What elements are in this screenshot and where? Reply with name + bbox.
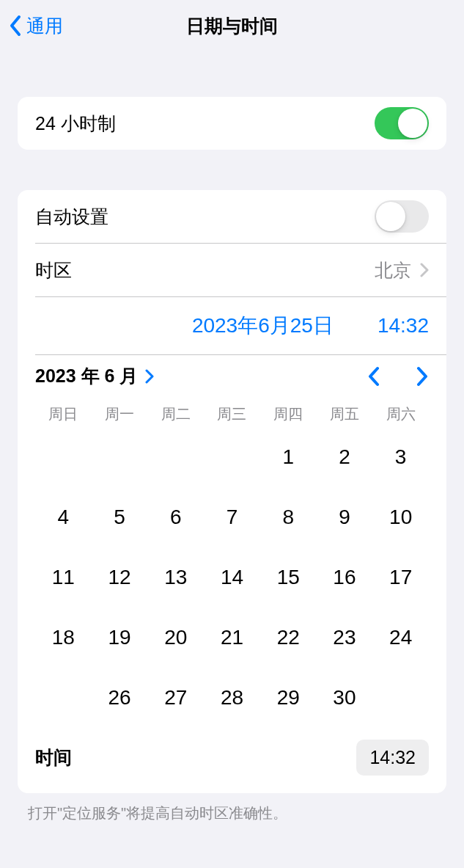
day-cell[interactable]: 1: [260, 436, 317, 478]
weekday-label: 周一: [92, 404, 148, 424]
toggle-24hour[interactable]: [375, 107, 429, 139]
month-year-button[interactable]: 2023 年 6 月: [35, 364, 154, 388]
time-picker-button[interactable]: 14:32: [356, 740, 429, 776]
day-cell[interactable]: 12: [92, 556, 148, 599]
day-cell[interactable]: 8: [260, 496, 317, 539]
prev-month-button[interactable]: [367, 366, 380, 387]
day-cell[interactable]: 28: [204, 676, 260, 719]
day-cell[interactable]: 19: [92, 616, 148, 659]
timezone-value: 北京: [375, 258, 411, 282]
day-cell[interactable]: 3: [372, 436, 429, 478]
nav-bar: 通用 日期与时间: [0, 0, 464, 51]
weekday-label: 周三: [204, 404, 260, 424]
section-24hour: 24 小时制: [18, 97, 446, 150]
day-cell[interactable]: 15: [260, 556, 317, 599]
label-auto-set: 自动设置: [35, 205, 108, 229]
day-cell[interactable]: 24: [372, 616, 429, 659]
day-cell[interactable]: 11: [35, 556, 92, 599]
calendar: 2023 年 6 月 周日周一周二周三周四周五周六 12345: [18, 355, 446, 793]
days-grid: 1234567891011121314151617181920212223242…: [35, 436, 429, 719]
day-cell[interactable]: 18: [35, 616, 92, 659]
toggle-knob: [376, 202, 405, 231]
row-date-time-display: 2023年6月25日 14:32: [18, 297, 446, 354]
day-cell[interactable]: 13: [147, 556, 204, 599]
label-24hour: 24 小时制: [35, 112, 116, 136]
chevron-right-icon: [145, 369, 154, 384]
day-cell[interactable]: 10: [372, 496, 429, 539]
timezone-value-container: 北京: [375, 258, 429, 282]
weekday-label: 周二: [147, 404, 204, 424]
weekday-label: 周六: [372, 404, 429, 424]
chevron-left-icon: [9, 15, 22, 37]
day-cell[interactable]: 30: [317, 676, 373, 719]
day-cell[interactable]: 14: [204, 556, 260, 599]
day-cell[interactable]: 27: [147, 676, 204, 719]
label-timezone: 时区: [35, 258, 72, 282]
weekday-label: 周日: [35, 404, 92, 424]
day-cell[interactable]: 22: [260, 616, 317, 659]
section-datetime: 自动设置 时区 北京 2023年6月25日 14:32 2023 年 6 月: [18, 190, 446, 793]
calendar-header: 2023 年 6 月: [35, 364, 429, 388]
back-label: 通用: [26, 14, 63, 38]
day-cell[interactable]: 29: [260, 676, 317, 719]
back-button[interactable]: 通用: [9, 14, 63, 38]
toggle-auto-set[interactable]: [375, 200, 429, 233]
selected-time-button[interactable]: 14:32: [378, 314, 429, 338]
chevron-left-icon: [367, 366, 380, 387]
page-title: 日期与时间: [186, 14, 278, 38]
row-auto-set: 自动设置: [18, 190, 446, 243]
time-row: 时间 14:32: [35, 740, 429, 776]
time-label: 时间: [35, 745, 72, 770]
day-cell[interactable]: 9: [317, 496, 373, 539]
row-timezone[interactable]: 时区 北京: [18, 244, 446, 296]
toggle-knob: [398, 109, 427, 138]
weekday-label: 周五: [317, 404, 373, 424]
calendar-nav-arrows: [367, 366, 429, 387]
day-cell[interactable]: 23: [317, 616, 373, 659]
day-cell[interactable]: 6: [147, 496, 204, 539]
month-year-label: 2023 年 6 月: [35, 364, 138, 388]
day-cell[interactable]: 16: [317, 556, 373, 599]
day-cell[interactable]: 25: [35, 676, 92, 719]
row-24hour: 24 小时制: [18, 97, 446, 150]
day-cell-empty: [204, 436, 260, 478]
day-cell[interactable]: 4: [35, 496, 92, 539]
selected-date-button[interactable]: 2023年6月25日: [192, 312, 334, 340]
weekday-row: 周日周一周二周三周四周五周六: [35, 404, 429, 424]
day-cell[interactable]: 2: [317, 436, 373, 478]
weekday-label: 周四: [260, 404, 317, 424]
day-cell-empty: [92, 436, 148, 478]
day-cell[interactable]: 17: [372, 556, 429, 599]
day-cell[interactable]: 21: [204, 616, 260, 659]
footer-note: 打开"定位服务"将提高自动时区准确性。: [28, 803, 436, 823]
day-cell[interactable]: 5: [92, 496, 148, 539]
day-cell[interactable]: 7: [204, 496, 260, 539]
next-month-button[interactable]: [416, 366, 429, 387]
day-cell-empty: [147, 436, 204, 478]
day-cell[interactable]: 20: [147, 616, 204, 659]
chevron-right-icon: [416, 366, 429, 387]
chevron-right-icon: [420, 263, 429, 277]
day-cell-empty: [35, 436, 92, 478]
day-cell[interactable]: 26: [92, 676, 148, 719]
